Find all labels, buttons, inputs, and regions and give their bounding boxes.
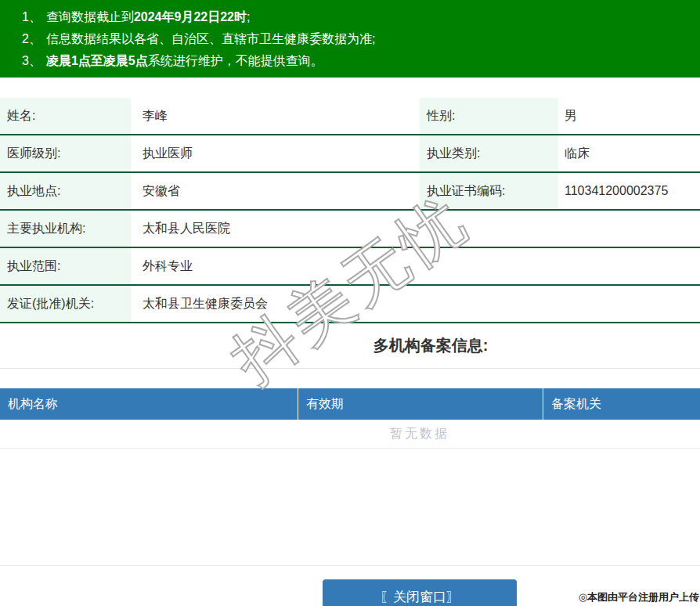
practice-scope-label: 执业范围: [0,248,131,284]
notice-banner: 1、查询数据截止到2024年9月22日22时; 2、信息数据结果以各省、自治区、… [0,0,700,78]
notice-3-post: 系统进行维护，不能提供查询。 [148,54,323,67]
issuing-authority-value: 太和县卫生健康委员会 [131,286,700,322]
gender-label: 性别: [420,98,558,134]
table-row: 姓名: 李峰 性别: 男 [0,98,700,135]
table-row: 医师级别: 执业医师 执业类别: 临床 [0,135,700,173]
table-row: 主要执业机构: 太和县人民医院 [0,211,700,248]
practice-location-label: 执业地点: [0,173,131,209]
doctor-info-table: 姓名: 李峰 性别: 男 医师级别: 执业医师 执业类别: 临床 执业地点: 安… [0,98,700,323]
notice-2-number: 2、 [22,32,41,45]
table-row: 执业范围: 外科专业 [0,248,700,286]
certificate-number-label: 执业证书编码: [420,173,558,209]
practice-category-value: 临床 [558,135,700,171]
practice-category-label: 执业类别: [420,135,558,171]
notice-line-3: 3、凌晨1点至凌晨5点系统进行维护，不能提供查询。 [22,50,700,72]
notice-3-bold: 凌晨1点至凌晨5点 [46,54,148,67]
doctor-level-value: 执业医师 [131,135,420,171]
gender-value: 男 [558,98,700,134]
name-label: 姓名: [0,98,131,134]
close-window-button[interactable]: 〖关闭窗口〗 [323,579,517,606]
practice-location-value: 安徽省 [131,173,420,209]
main-institution-label: 主要执业机构: [0,211,131,247]
multi-org-table: 机构名称 有效期 备案机关 暂无数据 [0,388,700,449]
notice-3-number: 3、 [22,54,41,67]
notice-1-bold: 2024年9月22日22时 [134,10,247,23]
query-result-window: 1、查询数据截止到2024年9月22日22时; 2、信息数据结果以各省、自治区、… [0,0,700,606]
practice-scope-value: 外科专业 [131,248,700,284]
notice-2-text: 信息数据结果以各省、自治区、直辖市卫生健康委数据为准; [46,32,375,45]
column-header-record-authority: 备案机关 [543,388,700,420]
doctor-level-label: 医师级别: [0,135,131,171]
name-value: 李峰 [131,98,420,134]
issuing-authority-label: 发证(批准)机关: [0,286,131,322]
multi-org-heading: 多机构备案信息: [373,335,489,356]
main-institution-value: 太和县人民医院 [131,211,700,247]
notice-1-number: 1、 [22,10,41,23]
content-spacer [0,449,700,566]
empty-data-placeholder: 暂无数据 [0,420,700,449]
notice-line-2: 2、信息数据结果以各省、自治区、直辖市卫生健康委数据为准; [22,28,700,50]
page-container: 1、查询数据截止到2024年9月22日22时; 2、信息数据结果以各省、自治区、… [0,0,700,606]
column-header-institution-name: 机构名称 [0,388,298,420]
notice-1-post: ; [247,10,250,23]
notice-line-1: 1、查询数据截止到2024年9月22日22时; [22,6,700,28]
table-row: 执业地点: 安徽省 执业证书编码: 110341200002375 [0,173,700,211]
column-header-validity-period: 有效期 [298,388,543,420]
certificate-number-value: 110341200002375 [558,173,700,209]
multi-org-table-header: 机构名称 有效期 备案机关 [0,388,700,420]
table-row: 发证(批准)机关: 太和县卫生健康委员会 [0,286,700,323]
upload-credit-text: ◎本图由平台注册用户上传 [579,590,699,604]
notice-1-text: 查询数据截止到 [46,10,134,23]
multi-org-section-heading-row: 多机构备案信息: [0,323,700,369]
